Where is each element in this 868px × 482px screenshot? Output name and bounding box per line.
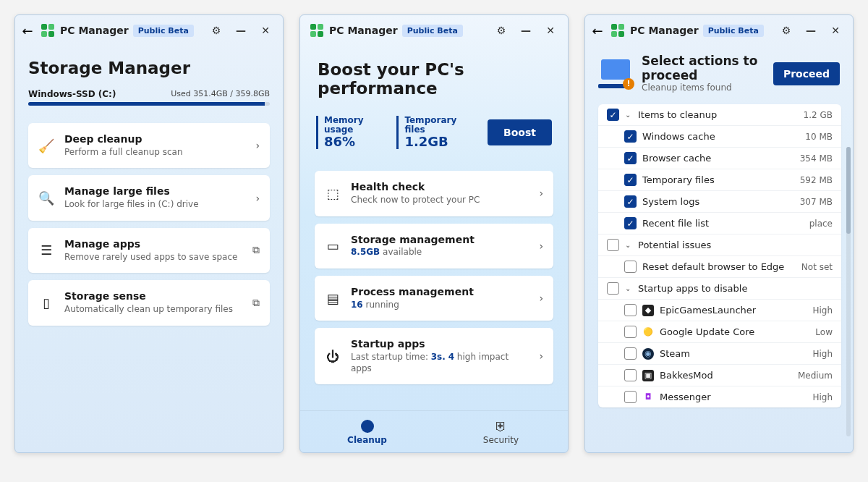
item-reset-edge[interactable]: Reset default browser to Edge Not set	[598, 256, 841, 278]
card-subtitle: Perform a full cleanup scan	[64, 147, 245, 158]
close-button[interactable]: ✕	[540, 20, 561, 41]
chevron-right-icon: ›	[539, 187, 543, 199]
checkbox[interactable]: ✓	[624, 152, 637, 164]
checkbox[interactable]: ✓	[624, 217, 637, 229]
group-items-to-cleanup[interactable]: ✓ ⌄ Items to cleanup 1.2 GB	[598, 104, 841, 126]
minimize-button[interactable]: —	[231, 20, 251, 41]
minimize-button[interactable]: —	[801, 20, 821, 41]
process-icon: ▤	[325, 291, 341, 306]
card-title: Storage management	[351, 234, 529, 246]
bakkesmod-icon: ▣	[642, 370, 654, 381]
nav-security[interactable]: ⛨ Security	[434, 411, 568, 452]
chevron-down-icon[interactable]: ⌄	[625, 284, 632, 292]
checkbox[interactable]	[624, 391, 637, 403]
card-process-management[interactable]: ▤ Process management 16 running ›	[315, 276, 553, 321]
checkbox[interactable]	[624, 326, 637, 338]
titlebar: ← PC Manager Public Beta ⚙ — ✕	[15, 15, 283, 46]
messenger-icon: ◘	[642, 392, 654, 403]
item-recent-file-list[interactable]: ✓ Recent file list place	[598, 213, 841, 234]
item-steam[interactable]: ◉ Steam High	[598, 343, 841, 365]
card-deep-cleanup[interactable]: 🧹 Deep cleanup Perform a full cleanup sc…	[28, 123, 270, 168]
card-storage-management[interactable]: ▭ Storage management 8.5GB available ›	[315, 224, 553, 269]
window-boost: PC Manager Public Beta ⚙ — ✕ Boost your …	[299, 14, 569, 453]
stat-tempfiles: Temporary files 1.2GB	[396, 116, 469, 149]
checkbox[interactable]: ✓	[607, 109, 619, 121]
checkbox[interactable]	[607, 239, 619, 251]
chevron-right-icon: ›	[539, 350, 543, 362]
stat-value: 86%	[324, 135, 385, 149]
item-windows-cache[interactable]: ✓ Windows cache 10 MB	[598, 126, 841, 148]
steam-icon: ◉	[642, 348, 654, 360]
titlebar: PC Manager Public Beta ⚙ — ✕	[300, 15, 568, 46]
back-button[interactable]: ←	[21, 23, 34, 38]
item-google-update[interactable]: 🟡 Google Update Core Low	[598, 321, 841, 343]
minimize-button[interactable]: —	[516, 20, 536, 41]
settings-button[interactable]: ⚙	[206, 20, 226, 41]
stat-memory: Memory usage 86%	[316, 116, 385, 149]
item-bakkesmod[interactable]: ▣ BakkesMod Medium	[598, 365, 841, 386]
app-title: PC Manager	[60, 25, 129, 36]
checkbox[interactable]	[624, 261, 637, 273]
actions-list[interactable]: ✓ ⌄ Items to cleanup 1.2 GB ✓ Windows ca…	[598, 104, 841, 407]
page-heading: Boost your PC's performance	[300, 60, 568, 98]
item-epicgameslauncher[interactable]: ◆ EpicGamesLauncher High	[598, 300, 841, 321]
bottom-nav: Cleanup ⛨ Security	[300, 410, 568, 452]
card-title: Startup apps	[351, 338, 529, 350]
close-button[interactable]: ✕	[255, 20, 276, 41]
popout-icon: ⧉	[252, 244, 260, 256]
nav-label: Cleanup	[347, 435, 387, 445]
proceed-button[interactable]: Proceed	[773, 62, 840, 85]
item-browser-cache[interactable]: ✓ Browser cache 354 MB	[598, 148, 841, 169]
item-messenger[interactable]: ◘ Messenger High	[598, 386, 841, 407]
card-health-check[interactable]: ⬚ Health check Check now to protect your…	[315, 171, 553, 216]
stat-label: Temporary files	[404, 116, 469, 135]
page-subheading: Cleanup items found	[642, 83, 765, 93]
health-icon: ⬚	[325, 186, 341, 201]
checkbox[interactable]: ✓	[624, 130, 637, 143]
drive-icon: ▭	[325, 238, 341, 253]
stats-row: Memory usage 86% Temporary files 1.2GB B…	[300, 116, 568, 149]
back-button[interactable]: ←	[591, 23, 604, 38]
close-button[interactable]: ✕	[825, 20, 846, 41]
broom-icon: 🧹	[38, 138, 54, 153]
card-title: Process management	[351, 286, 529, 298]
nav-cleanup[interactable]: Cleanup	[300, 411, 434, 452]
item-temporary-files[interactable]: ✓ Temporary files 592 MB	[598, 169, 841, 191]
chevron-right-icon: ›	[539, 240, 543, 252]
window-storage-manager: ← PC Manager Public Beta ⚙ — ✕ Storage M…	[14, 14, 284, 453]
scrollbar-thumb[interactable]	[846, 147, 851, 234]
card-storage-sense[interactable]: ▯ Storage sense Automatically clean up t…	[28, 280, 270, 325]
chevron-down-icon[interactable]: ⌄	[625, 241, 632, 249]
settings-button[interactable]: ⚙	[776, 20, 796, 41]
boost-button[interactable]: Boost	[488, 119, 552, 145]
checkbox[interactable]: ✓	[624, 195, 637, 208]
card-startup-apps[interactable]: ⏻ Startup apps Last startup time: 3s. 4 …	[315, 328, 553, 384]
group-startup-apps[interactable]: ⌄ Startup apps to disable	[598, 278, 841, 300]
card-subtitle: Check now to protect your PC	[351, 195, 529, 206]
storage-sense-icon: ▯	[38, 295, 54, 310]
checkbox[interactable]	[624, 369, 637, 381]
page-heading: Select actions to proceed	[642, 54, 765, 83]
checkbox[interactable]	[624, 347, 637, 360]
chevron-right-icon: ›	[255, 193, 260, 204]
checkbox[interactable]	[607, 282, 619, 295]
card-manage-large-files[interactable]: 🔍 Manage large files Look for large file…	[28, 175, 270, 220]
chevron-down-icon[interactable]: ⌄	[625, 111, 632, 119]
item-system-logs[interactable]: ✓ System logs 307 MB	[598, 191, 841, 213]
settings-button[interactable]: ⚙	[491, 20, 511, 41]
gear-icon: ⚙	[497, 25, 506, 36]
group-potential-issues[interactable]: ⌄ Potential issues	[598, 234, 841, 256]
card-subtitle: 8.5GB available	[351, 247, 529, 258]
google-icon: 🟡	[642, 326, 654, 338]
cleanup-icon	[360, 419, 375, 434]
app-logo-icon	[41, 24, 54, 37]
popout-icon: ⧉	[252, 297, 260, 309]
checkbox[interactable]	[624, 304, 637, 316]
app-title: PC Manager	[630, 25, 699, 36]
beta-badge: Public Beta	[703, 25, 764, 37]
card-manage-apps[interactable]: ☰ Manage apps Remove rarely used apps to…	[28, 228, 270, 273]
checkbox[interactable]: ✓	[624, 174, 637, 186]
card-subtitle: Automatically clean up temporary files	[64, 304, 242, 316]
stat-value: 1.2GB	[404, 135, 469, 149]
card-subtitle: Last startup time: 3s. 4 high impact app…	[351, 352, 529, 374]
